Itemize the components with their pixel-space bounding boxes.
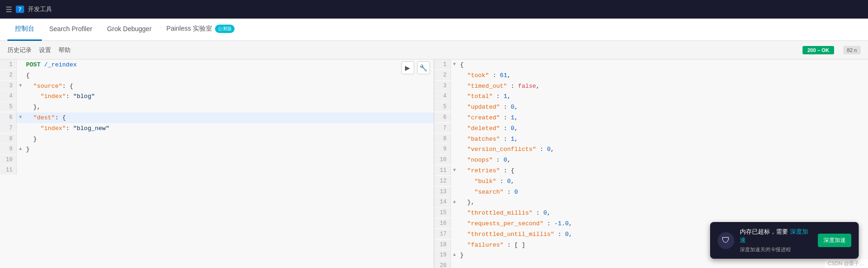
footer-text: CSDN @栗子… <box>824 259 868 268</box>
table-row: 4 "total" : 1, <box>434 91 868 102</box>
table-row: 1 POST /_reindex <box>0 59 434 70</box>
status-badge: 200 – OK <box>803 46 834 54</box>
notification-text: 内存已超标，需要 深度加速 深度加速关闭卡慢进程 <box>740 228 812 253</box>
table-row: 15 "throttled_millis" : 0, <box>434 208 868 218</box>
toolbar: 历史记录 设置 帮助 200 – OK 82 n <box>0 41 868 59</box>
table-row: 2 { <box>0 70 434 81</box>
table-row: 20 <box>434 261 868 268</box>
table-row: 6 ▼ "dest": { <box>0 112 434 123</box>
table-row: 11 <box>0 165 434 175</box>
table-row: 14 ▲ }, <box>434 197 868 208</box>
table-row: 3 "timed_out" : false, <box>434 81 868 92</box>
tab-painless[interactable]: Painless 实验室 公测版 <box>159 19 242 41</box>
table-row: 12 "bulk" : 0, <box>434 176 868 187</box>
table-row: 11 ▼ "retries" : { <box>434 165 868 176</box>
tab-grok-debugger[interactable]: Grok Debugger <box>100 19 159 41</box>
table-row: 10 "noops" : 0, <box>434 155 868 165</box>
table-row: 13 "search" : 0 <box>434 187 868 197</box>
table-row: 8 } <box>0 134 434 144</box>
notification-action-button[interactable]: 深度加速 <box>818 234 851 247</box>
editor-actions: ▶ 🔧 <box>401 61 430 74</box>
table-row: 9 ▲ } <box>0 144 434 155</box>
beta-badge: 公测版 <box>215 25 235 33</box>
notification-icon: 🛡 <box>718 232 734 249</box>
left-panel: 1 POST /_reindex 2 { 3 ▼ "source": { 4 " <box>0 59 434 268</box>
table-row: 4 "index": "blog" <box>0 91 434 102</box>
copy-button[interactable]: 🔧 <box>417 61 430 74</box>
right-panel: 1 ▼ { 2 "took" : 61, 3 "timed_out" : fal… <box>434 59 868 268</box>
table-row: 3 ▼ "source": { <box>0 81 434 92</box>
top-bar: ☰ 7 开发工具 <box>0 0 868 19</box>
editor-area: 1 POST /_reindex 2 { 3 ▼ "source": { 4 " <box>0 59 868 268</box>
notification-popup: 🛡 内存已超标，需要 深度加速 深度加速关闭卡慢进程 深度加速 <box>710 222 859 259</box>
left-code-editor[interactable]: 1 POST /_reindex 2 { 3 ▼ "source": { 4 " <box>0 59 434 268</box>
table-row: 7 "index": "blog_new" <box>0 123 434 134</box>
table-row: 6 "created" : 1, <box>434 112 868 123</box>
table-row: 5 "updated" : 0, <box>434 102 868 112</box>
notification-subtitle: 深度加速关闭卡慢进程 <box>740 246 812 253</box>
notification-title: 内存已超标，需要 深度加速 <box>740 228 812 244</box>
tab-search-profiler[interactable]: Search Profiler <box>42 19 100 41</box>
table-row: 1 ▼ { <box>434 59 868 70</box>
table-row: 5 }, <box>0 102 434 112</box>
table-row: 2 "took" : 61, <box>434 70 868 81</box>
toolbar-history[interactable]: 历史记录 <box>7 46 32 54</box>
run-button[interactable]: ▶ <box>401 61 414 74</box>
tab-console[interactable]: 控制台 <box>7 19 42 41</box>
line-count-badge: 82 n <box>843 46 861 54</box>
top-bar-title: 开发工具 <box>28 5 52 13</box>
table-row: 8 "batches" : 1, <box>434 134 868 144</box>
table-row: 10 <box>0 155 434 165</box>
table-row: 9 "version_conflicts" : 0, <box>434 144 868 155</box>
tab-navigation: 控制台 Search Profiler Grok Debugger Painle… <box>0 19 868 41</box>
toolbar-help[interactable]: 帮助 <box>59 46 71 54</box>
hamburger-icon[interactable]: ☰ <box>6 5 12 14</box>
toolbar-settings[interactable]: 设置 <box>39 46 51 54</box>
app-badge: 7 <box>16 6 24 13</box>
table-row: 7 "deleted" : 0, <box>434 123 868 134</box>
